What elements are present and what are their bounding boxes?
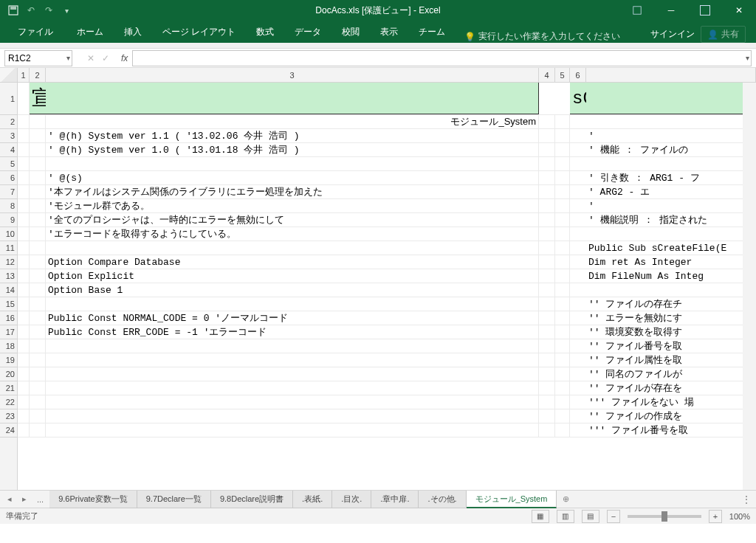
cell[interactable] — [555, 227, 570, 241]
vertical-scrollbar[interactable] — [743, 83, 756, 490]
redo-icon[interactable]: ↷ — [43, 4, 55, 16]
name-box[interactable]: R1C2▾ — [4, 50, 72, 66]
cell[interactable] — [18, 283, 30, 297]
row-header[interactable]: 24 — [0, 423, 17, 437]
cell[interactable] — [46, 157, 539, 170]
cell[interactable]: ' @(h) System ver 1.0 ( '13.01.18 今井 浩司 … — [46, 143, 539, 156]
cell[interactable] — [46, 297, 539, 311]
new-sheet-button[interactable]: ⊕ — [557, 494, 574, 504]
maximize-button[interactable] — [688, 0, 722, 21]
row-header[interactable]: 18 — [0, 339, 17, 353]
cell[interactable] — [539, 241, 555, 255]
cell[interactable] — [46, 381, 539, 395]
cell[interactable] — [570, 423, 586, 437]
cell[interactable] — [18, 241, 30, 255]
cell[interactable] — [570, 185, 586, 198]
tab-formulas[interactable]: 数式 — [246, 21, 284, 43]
column-header[interactable]: 1 — [18, 68, 30, 82]
cell[interactable]: '' ファイルが存在を — [586, 381, 756, 395]
sheet-tabs-overflow[interactable]: ... — [31, 495, 49, 504]
cell[interactable] — [18, 227, 30, 241]
cell[interactable] — [555, 83, 570, 114]
row-header[interactable]: 7 — [0, 185, 17, 199]
cell[interactable] — [30, 353, 46, 367]
cell[interactable] — [18, 297, 30, 311]
cell[interactable] — [539, 227, 555, 241]
cell[interactable]: 'モジュール群である。 — [46, 199, 539, 212]
cell[interactable] — [18, 353, 30, 367]
cell[interactable] — [18, 129, 30, 142]
cell[interactable] — [555, 423, 570, 437]
cell[interactable] — [539, 339, 555, 353]
cell[interactable] — [555, 255, 570, 269]
cell[interactable] — [555, 143, 570, 156]
cell[interactable] — [46, 409, 539, 423]
cell[interactable] — [539, 367, 555, 381]
sheet-tabs-more[interactable]: ⋮ — [741, 494, 752, 505]
cell[interactable] — [30, 227, 46, 241]
tab-page-layout[interactable]: ページ レイアウト — [152, 21, 246, 43]
cell[interactable] — [30, 409, 46, 423]
sheet-tab[interactable]: 9.8Declare説明書 — [211, 491, 293, 508]
cell[interactable] — [18, 143, 30, 156]
cell[interactable] — [46, 241, 539, 255]
cell[interactable] — [586, 115, 756, 128]
cell[interactable]: '' エラーを無効にす — [586, 311, 756, 325]
tab-team[interactable]: チーム — [408, 21, 456, 43]
cell[interactable] — [570, 171, 586, 184]
cell[interactable] — [539, 395, 555, 409]
chevron-down-icon[interactable]: ▾ — [66, 54, 70, 62]
save-icon[interactable] — [7, 4, 19, 16]
cell[interactable] — [555, 157, 570, 170]
cell[interactable] — [46, 423, 539, 437]
cell[interactable] — [30, 297, 46, 311]
cell[interactable] — [18, 423, 30, 437]
cell[interactable] — [539, 269, 555, 283]
column-header[interactable]: 2 — [30, 68, 46, 82]
row-header[interactable]: 19 — [0, 353, 17, 367]
cell[interactable] — [30, 157, 46, 170]
cell[interactable] — [555, 185, 570, 198]
column-header[interactable]: 4 — [539, 68, 555, 82]
cell[interactable] — [570, 297, 586, 311]
row-header[interactable]: 21 — [0, 381, 17, 395]
cell[interactable] — [539, 199, 555, 212]
cell[interactable] — [539, 157, 555, 170]
cell[interactable]: '' ファイル属性を取 — [586, 353, 756, 367]
cell[interactable] — [570, 115, 586, 128]
cell[interactable] — [586, 283, 756, 297]
column-header[interactable] — [586, 68, 756, 82]
cell[interactable] — [555, 409, 570, 423]
zoom-in-button[interactable]: + — [709, 510, 722, 523]
cell[interactable] — [555, 129, 570, 142]
cell[interactable] — [18, 325, 30, 339]
row-header[interactable]: 6 — [0, 171, 17, 185]
sheet-nav-first-icon[interactable]: ◂ — [3, 492, 16, 507]
cell[interactable]: '' 環境変数を取得す — [586, 325, 756, 339]
cell[interactable] — [46, 395, 539, 409]
cell[interactable]: Option Base 1 — [46, 283, 539, 297]
cell[interactable]: 'エラーコードを取得するようにしている。 — [46, 227, 539, 241]
cell[interactable] — [539, 325, 555, 339]
cell[interactable] — [555, 367, 570, 381]
cell[interactable] — [570, 157, 586, 170]
cell[interactable] — [570, 241, 586, 255]
cell[interactable] — [555, 395, 570, 409]
cell[interactable] — [586, 227, 756, 241]
row-header[interactable]: 15 — [0, 297, 17, 311]
cell[interactable] — [18, 157, 30, 170]
cell[interactable] — [570, 129, 586, 142]
row-header[interactable]: 8 — [0, 199, 17, 213]
sheet-tab[interactable]: .章中扉. — [371, 491, 419, 508]
cell[interactable] — [46, 339, 539, 353]
cell[interactable] — [30, 311, 46, 325]
row-header[interactable]: 3 — [0, 129, 17, 143]
cell[interactable]: Dim ret As Integer — [586, 255, 756, 269]
tab-view[interactable]: 表示 — [370, 21, 408, 43]
cell[interactable]: Public Const NORMAL_CODE = 0 'ノーマルコード — [46, 311, 539, 325]
sheet-nav-last-icon[interactable]: ▸ — [18, 492, 31, 507]
cell[interactable] — [30, 241, 46, 255]
row-header[interactable]: 11 — [0, 241, 17, 255]
cell[interactable] — [555, 199, 570, 212]
cell[interactable]: sCreateFile — [570, 83, 586, 114]
